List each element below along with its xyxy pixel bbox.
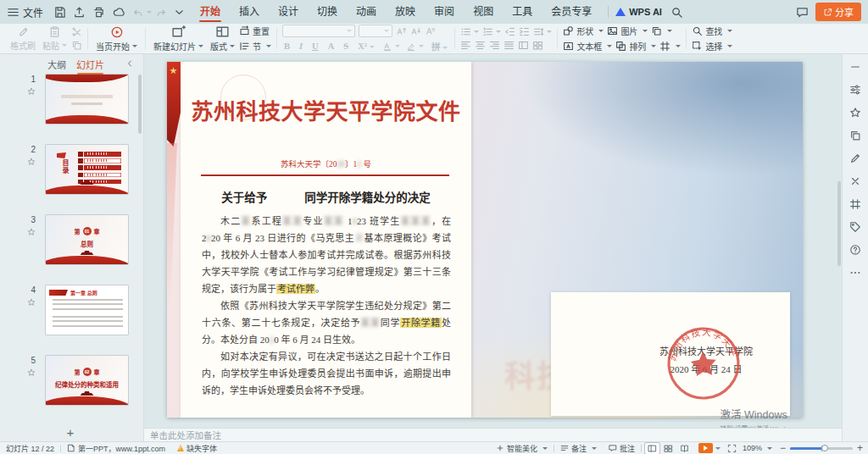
clear-format-button[interactable] <box>425 25 436 36</box>
favorites-star-icon[interactable] <box>849 107 861 119</box>
view-sorter-button[interactable] <box>661 443 676 454</box>
tab-3[interactable]: 切换 <box>308 0 347 24</box>
smart-beautify-button[interactable]: 智能美化 <box>490 442 554 454</box>
slide-star-icon[interactable] <box>27 158 36 166</box>
tab-1[interactable]: 插入 <box>230 0 269 24</box>
textbox-button[interactable]: 文本框 <box>563 40 612 53</box>
slide-thumbnail-5[interactable]: 5 第02章纪律处分的种类和适用 <box>0 356 144 405</box>
tab-6[interactable]: 审阅 <box>425 0 464 24</box>
canvas-vertical-scrollbar[interactable] <box>837 181 841 266</box>
save-button[interactable] <box>52 4 68 20</box>
properties-icon[interactable] <box>849 84 861 96</box>
notes-bar[interactable]: 单击此处添加备注 <box>144 428 842 441</box>
view-normal-button[interactable] <box>645 443 659 454</box>
increase-font-button[interactable] <box>396 25 407 36</box>
align-center-button[interactable] <box>475 40 486 51</box>
editing-canvas[interactable]: 科技大学天平学院 苏州科技大学天平学院文件 苏科大天学〔2020〕12 号 关于… <box>144 54 842 428</box>
document-page-2[interactable]: 苏州科技大学天平学院 2020 年 6 月 24 日 苏州科技大学天平学院 <box>551 292 790 416</box>
notes-button[interactable]: 备注 <box>554 442 603 454</box>
panel-scrollbar[interactable] <box>138 75 142 134</box>
slide-thumbnail-4[interactable]: 4 第一章 总则 <box>0 285 144 335</box>
font-family-select[interactable] <box>282 25 355 37</box>
outdent-button[interactable] <box>504 26 515 37</box>
help-icon[interactable] <box>849 244 861 256</box>
tab-2[interactable]: 设计 <box>269 0 308 24</box>
slide-thumbnail-2[interactable]: 2 目录 <box>0 145 144 194</box>
zoom-slider[interactable] <box>790 447 853 450</box>
format-painter-button[interactable]: 格式刷 <box>8 25 38 52</box>
file-menu[interactable]: 文件 <box>0 0 50 24</box>
insert-more-button[interactable] <box>651 25 672 36</box>
fit-screen-button[interactable] <box>727 444 737 453</box>
zoom-level[interactable]: 109% <box>740 442 775 454</box>
slide-star-icon[interactable] <box>27 298 36 307</box>
numbering-button[interactable] <box>482 26 501 37</box>
highlight-color-button[interactable] <box>406 42 424 52</box>
bold-button[interactable]: B <box>282 42 292 51</box>
char-spacing-button[interactable]: A <box>326 42 337 51</box>
print-button[interactable] <box>91 4 107 20</box>
paste-button[interactable]: 粘贴 <box>40 25 70 52</box>
panel-collapse-button[interactable] <box>125 58 135 69</box>
slide-star-icon[interactable] <box>27 87 36 96</box>
layout-button[interactable]: 版式 <box>208 25 237 53</box>
tab-0[interactable]: 开始 <box>191 0 230 24</box>
slide-thumbnail-3[interactable]: 3 第01章总则 <box>0 215 144 264</box>
zoom-out-button[interactable]: − <box>780 444 786 452</box>
tab-5[interactable]: 放映 <box>386 0 425 24</box>
underline-button[interactable]: U <box>310 42 320 51</box>
copy-button[interactable] <box>71 40 82 51</box>
rail-collapse-icon[interactable] <box>849 61 861 73</box>
share-button[interactable]: 分享 <box>815 3 861 21</box>
font-color-button[interactable] <box>382 42 400 52</box>
cloud-sync-button[interactable] <box>110 4 126 20</box>
slide-star-icon[interactable] <box>27 228 36 236</box>
ribbon-collapse-button[interactable] <box>173 6 186 19</box>
comments-button[interactable]: 批注 <box>603 442 641 454</box>
align-left-button[interactable] <box>460 40 471 51</box>
missing-font-warning[interactable]: 缺失字体 <box>171 442 223 454</box>
tab-slides[interactable]: 幻灯片 <box>76 58 104 71</box>
wps-ai-button[interactable]: WPS AI <box>615 7 662 17</box>
tab-4[interactable]: 动画 <box>347 0 386 24</box>
slide-thumbnail-1[interactable]: 1 <box>0 75 144 124</box>
document-page-1[interactable]: 苏州科技大学天平学院文件 苏科大天学〔2020〕12 号 关于给予同学开除学籍处… <box>181 62 471 418</box>
template-credit[interactable]: 第一PPT，www.1ppt.com <box>61 442 171 454</box>
phonetic-button[interactable]: 拼 <box>430 40 450 53</box>
tag-icon[interactable] <box>849 221 861 233</box>
section-button[interactable]: 节 <box>239 40 271 53</box>
add-slide-button[interactable]: + <box>0 425 141 440</box>
line-spacing-button[interactable] <box>533 26 552 37</box>
edit-pen-icon[interactable] <box>849 152 861 164</box>
object-more-button[interactable] <box>659 41 681 52</box>
more-dots-icon[interactable] <box>849 267 861 279</box>
indent-button[interactable] <box>519 26 530 37</box>
find-button[interactable]: 查找 <box>692 25 732 37</box>
columns-button[interactable] <box>532 40 543 51</box>
play-from-current-button[interactable]: 当页开始 <box>93 25 140 53</box>
export-button[interactable] <box>71 4 87 20</box>
tab-outline[interactable]: 大纲 <box>47 58 66 71</box>
new-slide-button[interactable]: 新建幻灯片 <box>151 25 206 53</box>
copy-page-icon[interactable] <box>849 130 861 141</box>
decrease-font-button[interactable] <box>410 25 421 36</box>
arrange-button[interactable]: 排列 <box>615 40 656 53</box>
picture-button[interactable]: 图片 <box>607 25 648 37</box>
italic-button[interactable]: I <box>298 42 304 51</box>
message-icon[interactable] <box>796 6 809 19</box>
cut-button[interactable] <box>71 26 82 37</box>
align-right-button[interactable] <box>489 40 500 51</box>
slideshow-play-button[interactable] <box>698 443 713 453</box>
tab-9[interactable]: 会员专享 <box>542 0 601 24</box>
align-justify-button[interactable] <box>504 40 515 51</box>
slide-12[interactable]: 科技大学天平学院 苏州科技大学天平学院文件 苏科大天学〔2020〕12 号 关于… <box>167 62 803 418</box>
reset-slide-button[interactable]: 重置 <box>239 25 271 37</box>
shapes-button[interactable]: 形状 <box>563 25 604 37</box>
text-direction-button[interactable] <box>518 40 529 51</box>
strikethrough-button[interactable]: S <box>342 42 350 51</box>
zoom-slider-handle[interactable] <box>821 445 828 451</box>
search-icon[interactable] <box>670 6 683 19</box>
zoom-in-button[interactable]: + <box>857 444 863 452</box>
tab-8[interactable]: 工具 <box>503 0 542 24</box>
slide-star-icon[interactable] <box>27 368 36 377</box>
